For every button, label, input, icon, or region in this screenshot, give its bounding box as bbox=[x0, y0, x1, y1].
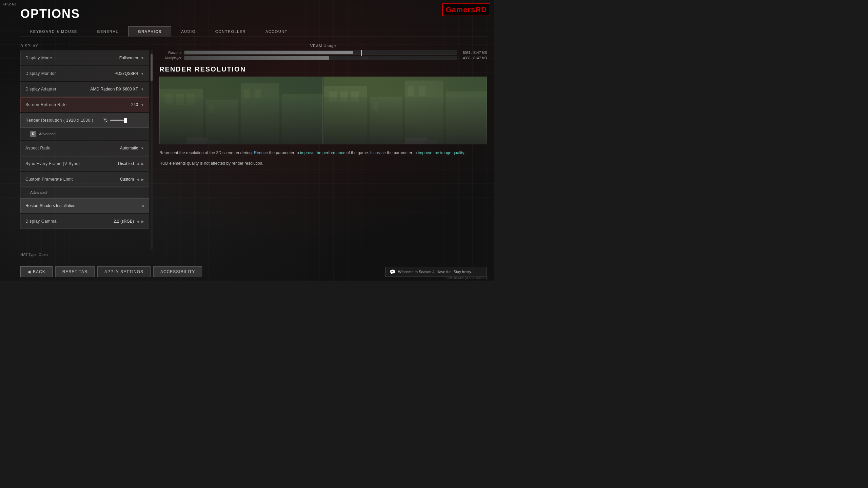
setting-row-display-adapter[interactable]: Display Adapter AMD Radeon RX 6600 XT ▼ bbox=[20, 82, 149, 97]
display-mode-value-container: Fullscreen ▼ bbox=[119, 56, 144, 60]
setting-name-vsync: Sync Every Frame (V-Sync) bbox=[25, 161, 80, 166]
main-container: OPTIONS KEYBOARD & MOUSE GENERAL GRAPHIC… bbox=[20, 7, 487, 274]
setting-name-refresh-rate: Screen Refresh Rate bbox=[25, 102, 67, 107]
vram-multiplayer-track bbox=[184, 56, 457, 60]
settings-scroll-wrapper: Display Mode Fullscreen ▼ Display Monito… bbox=[20, 50, 153, 250]
setting-value-display-mode: Fullscreen bbox=[119, 56, 138, 60]
slider-thumb bbox=[124, 118, 127, 123]
gamma-arrow-left[interactable]: ◀ bbox=[137, 220, 139, 223]
nav-tabs: KEYBOARD & MOUSE GENERAL GRAPHICS AUDIO … bbox=[20, 26, 487, 37]
fps-counter: FPS: 63 bbox=[3, 2, 16, 6]
tab-keyboard[interactable]: KEYBOARD & MOUSE bbox=[20, 26, 87, 37]
display-monitor-value-container: PD27QS8R4 ▼ bbox=[115, 71, 144, 76]
advanced-row-1[interactable]: R Advanced bbox=[20, 128, 149, 140]
comparison-images bbox=[159, 77, 487, 144]
display-mode-dropdown-icon: ▼ bbox=[141, 56, 144, 60]
external-link-icon: ⇥ bbox=[140, 203, 144, 208]
advanced-label-2: Advanced bbox=[30, 190, 47, 195]
setting-value-vsync: Disabled bbox=[118, 161, 134, 166]
vram-multiplayer-row: Multiplayer 4336 / 8147 MB bbox=[159, 56, 487, 60]
back-button[interactable]: ◀ Back bbox=[20, 266, 53, 277]
tab-general[interactable]: GENERAL bbox=[87, 26, 128, 37]
setting-row-display-gamma[interactable]: Display Gamma 2.2 (sRGB) ◀ ▶ bbox=[20, 214, 149, 229]
setting-name-aspect-ratio: Aspect Ratio bbox=[25, 146, 51, 150]
setting-value-display-gamma: 2.2 (sRGB) bbox=[114, 219, 134, 224]
render-resolution-title: RENDER RESOLUTION bbox=[159, 65, 487, 73]
gamma-arrow-right[interactable]: ▶ bbox=[141, 220, 144, 223]
refresh-rate-dropdown-icon: ▼ bbox=[141, 103, 144, 107]
display-monitor-dropdown-icon: ▼ bbox=[141, 72, 144, 76]
back-arrow-icon: ◀ bbox=[27, 269, 31, 274]
vsync-arrow-left[interactable]: ◀ bbox=[137, 162, 139, 166]
setting-row-aspect-ratio[interactable]: Aspect Ratio Automatic ▼ bbox=[20, 141, 149, 156]
gamma-nav-arrows: ◀ ▶ bbox=[137, 220, 144, 223]
vsync-arrow-right[interactable]: ▶ bbox=[141, 162, 144, 166]
tab-controller[interactable]: CONTROLLER bbox=[205, 26, 256, 37]
settings-inner: Display Mode Fullscreen ▼ Display Monito… bbox=[20, 50, 149, 250]
vsync-value-container: Disabled ◀ ▶ bbox=[118, 161, 144, 166]
tab-audio[interactable]: AUDIO bbox=[171, 26, 205, 37]
setting-name-display-gamma: Display Gamma bbox=[25, 219, 57, 224]
setting-value-refresh-rate: 240 bbox=[131, 102, 138, 107]
chat-message: Welcome to Season 4. Have fun. Stay fros… bbox=[398, 270, 472, 274]
description-text: Represent the resolution of the 3D scene… bbox=[159, 150, 487, 156]
framerate-arrow-right[interactable]: ▶ bbox=[141, 178, 144, 181]
setting-name-framerate-limit: Custom Framerate Limit bbox=[25, 177, 73, 182]
vram-warzone-track: MAX bbox=[184, 50, 457, 55]
scroll-thumb[interactable] bbox=[151, 54, 153, 81]
accessibility-button[interactable]: Accessibility bbox=[153, 266, 202, 277]
setting-row-vsync[interactable]: Sync Every Frame (V-Sync) Disabled ◀ ▶ bbox=[20, 156, 149, 171]
setting-row-restart-shaders[interactable]: Restart Shaders Installation ⇥ bbox=[20, 198, 149, 213]
tab-graphics[interactable]: GRAPHICS bbox=[128, 26, 171, 37]
aspect-ratio-value-container: Automatic ▼ bbox=[120, 146, 144, 150]
display-adapter-value-container: AMD Radeon RX 6600 XT ▼ bbox=[90, 87, 144, 92]
framerate-value-container: Custom ◀ ▶ bbox=[120, 177, 144, 182]
setting-row-refresh-rate[interactable]: Screen Refresh Rate 240 ▼ bbox=[20, 97, 149, 112]
setting-row-framerate-limit[interactable]: Custom Framerate Limit Custom ◀ ▶ bbox=[20, 172, 149, 187]
vsync-nav-arrows: ◀ ▶ bbox=[137, 162, 144, 166]
bottom-bar: ◀ Back Reset Tab Apply Settings Accessib… bbox=[20, 266, 487, 277]
setting-value-render-resolution: 75 bbox=[103, 118, 107, 123]
aspect-ratio-dropdown-icon: ▼ bbox=[141, 146, 144, 150]
vram-multiplayer-label: Multiplayer bbox=[159, 56, 181, 60]
vram-title: VRAM Usage bbox=[159, 44, 487, 48]
chat-icon: 💬 bbox=[390, 269, 395, 274]
right-panel: VRAM Usage Warzone MAX 5081 / 8147 MB Mu… bbox=[159, 44, 487, 257]
hud-note: HUD elements quality is not affected by … bbox=[159, 160, 487, 166]
display-section-label: Display bbox=[20, 44, 153, 48]
vram-warzone-label: Warzone bbox=[159, 51, 181, 55]
framerate-arrow-left[interactable]: ◀ bbox=[137, 178, 139, 181]
setting-row-display-mode[interactable]: Display Mode Fullscreen ▼ bbox=[20, 50, 149, 65]
vram-warzone-fill bbox=[184, 51, 353, 54]
vram-warzone-value: 5081 / 8147 MB bbox=[460, 51, 487, 55]
gamma-value-container: 2.2 (sRGB) ◀ ▶ bbox=[114, 219, 144, 224]
tab-account[interactable]: ACCOUNT bbox=[256, 26, 297, 37]
render-resolution-value-container: 75 bbox=[103, 118, 144, 123]
advanced-row-2[interactable]: Advanced bbox=[20, 187, 149, 198]
vram-multiplayer-fill bbox=[184, 56, 329, 60]
setting-value-display-adapter: AMD Radeon RX 6600 XT bbox=[90, 87, 138, 92]
setting-value-display-monitor: PD27QS8R4 bbox=[115, 71, 138, 76]
vram-section: VRAM Usage Warzone MAX 5081 / 8147 MB Mu… bbox=[159, 44, 487, 61]
img-divider-right bbox=[323, 77, 487, 144]
nat-type: NAT Type: Open bbox=[20, 252, 153, 257]
vram-multiplayer-value: 4336 / 8147 MB bbox=[460, 56, 487, 60]
setting-name-display-monitor: Display Monitor bbox=[25, 71, 56, 76]
setting-name-display-mode: Display Mode bbox=[25, 56, 52, 60]
corner-info: 8.59.9844495 [30018.1287+11] T bbox=[446, 276, 491, 280]
framerate-nav-arrows: ◀ ▶ bbox=[137, 178, 144, 181]
r-badge: R bbox=[30, 131, 36, 137]
refresh-rate-value-container: 240 ▼ bbox=[131, 102, 144, 107]
reset-tab-button[interactable]: Reset Tab bbox=[55, 266, 95, 277]
content-area: Display Display Mode Fullscreen ▼ Displa… bbox=[20, 44, 487, 257]
advanced-label-1: Advanced bbox=[39, 132, 56, 136]
slider-fill bbox=[110, 120, 124, 121]
vram-warzone-marker bbox=[361, 50, 362, 56]
restart-shaders-label: Restart Shaders Installation bbox=[25, 203, 75, 208]
render-resolution-slider[interactable] bbox=[110, 120, 144, 121]
setting-row-display-monitor[interactable]: Display Monitor PD27QS8R4 ▼ bbox=[20, 66, 149, 81]
setting-row-render-resolution[interactable]: Render Resolution ( 1920 x 1080 ) 75 bbox=[20, 113, 149, 128]
apply-settings-button[interactable]: Apply Settings bbox=[97, 266, 151, 277]
left-panel: Display Display Mode Fullscreen ▼ Displa… bbox=[20, 44, 153, 257]
scroll-track[interactable] bbox=[151, 50, 153, 250]
